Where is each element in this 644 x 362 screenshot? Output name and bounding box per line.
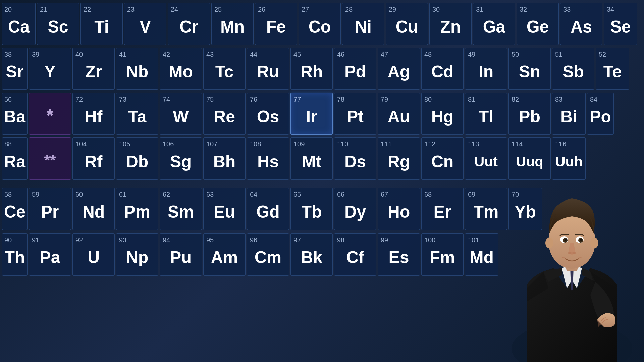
sym-Fm: Fm <box>430 248 455 267</box>
num-63: 63 <box>206 191 214 198</box>
sym-Tm: Tm <box>474 202 499 222</box>
num-94: 94 <box>163 236 170 244</box>
element-Nb: 41 Nb <box>116 48 158 90</box>
num-43: 43 <box>206 51 214 58</box>
sym-Mo: Mo <box>169 62 193 81</box>
element-Os: 76 Os <box>247 93 289 135</box>
sym-Np: Np <box>126 248 149 267</box>
num-112: 112 <box>424 140 435 148</box>
sym-Zr: Zr <box>85 62 102 81</box>
element-Fe: 26 Fe <box>255 3 297 45</box>
svg-point-10 <box>580 239 582 241</box>
num-74: 74 <box>163 96 170 103</box>
period-6-row: 56 Ba * 72 Hf 73 Ta 74 W 75 Re 76 Os <box>0 93 644 135</box>
element-Dy: 66 Dy <box>334 188 376 230</box>
num-79: 79 <box>381 96 388 103</box>
element-Sm: 62 Sm <box>160 188 202 230</box>
num-32: 32 <box>520 6 527 13</box>
element-Po: 84 Po <box>587 93 614 135</box>
sym-Sn: Sn <box>519 62 540 81</box>
element-Mo: 42 Mo <box>160 48 202 90</box>
num-25: 25 <box>214 6 222 13</box>
sym-Os: Os <box>257 107 279 126</box>
element-U: 92 U <box>72 233 115 276</box>
num-59: 59 <box>32 191 39 198</box>
num-96: 96 <box>250 236 257 244</box>
element-Au: 79 Au <box>378 93 420 135</box>
element-Hg: 80 Hg <box>421 93 464 135</box>
num-69: 69 <box>468 191 475 198</box>
sym-Hs: Hs <box>257 152 279 171</box>
num-100: 100 <box>424 236 435 244</box>
period-5-row: 38 Sr 39 Y 40 Zr 41 Nb 42 Mo 43 Tc 44 Ru… <box>0 48 644 90</box>
num-28: 28 <box>345 6 353 13</box>
element-Se: 34 Se <box>604 3 637 45</box>
sym-Sc: Sc <box>48 17 68 37</box>
num-29: 29 <box>389 6 396 13</box>
num-68: 68 <box>424 191 432 198</box>
sym-As: As <box>571 17 592 37</box>
sym-Ra: Ra <box>4 152 25 171</box>
sym-Gd: Gd <box>256 202 279 222</box>
sym-Pr: Pr <box>41 202 59 222</box>
element-Sc: 21 Sc <box>37 3 79 45</box>
element-Ra: 88 Ra <box>2 137 28 180</box>
sym-Pu: Pu <box>170 248 192 267</box>
num-107: 107 <box>206 140 217 148</box>
num-62: 62 <box>163 191 170 198</box>
num-108: 108 <box>250 140 261 148</box>
element-Md: 101 Md <box>465 233 498 276</box>
element-Pr: 59 Pr <box>29 188 71 230</box>
element-Ba: 56 Ba <box>2 93 28 135</box>
sym-Th: Th <box>4 248 25 267</box>
num-99: 99 <box>381 236 388 244</box>
num-93: 93 <box>119 236 126 244</box>
element-Sg: 106 Sg <box>160 137 202 180</box>
num-23: 23 <box>127 6 135 13</box>
element-Sb: 51 Sb <box>552 48 594 90</box>
svg-point-9 <box>565 239 567 241</box>
num-78: 78 <box>337 96 344 103</box>
sym-Bk: Bk <box>301 248 322 267</box>
lanthanide-row: 58 Ce 59 Pr 60 Nd 61 Pm 62 Sm 63 Eu 64 G… <box>0 188 544 230</box>
num-92: 92 <box>75 236 83 244</box>
sym-Re: Re <box>214 107 235 126</box>
svg-point-3 <box>545 238 553 248</box>
sym-Ba: Ba <box>4 107 25 126</box>
num-20: 20 <box>4 6 12 13</box>
num-104: 104 <box>75 140 87 148</box>
element-Cf: 98 Cf <box>334 233 376 276</box>
num-83: 83 <box>555 96 562 103</box>
num-73: 73 <box>119 96 126 103</box>
element-Bk: 97 Bk <box>290 233 333 276</box>
sym-Ge: Ge <box>527 17 549 37</box>
sym-Er: Er <box>434 202 451 222</box>
num-81: 81 <box>468 96 475 103</box>
element-Th: 90 Th <box>2 233 28 276</box>
num-27: 27 <box>302 6 309 13</box>
sym-Sr: Sr <box>6 62 24 81</box>
num-40: 40 <box>75 51 83 58</box>
sym-Pb: Pb <box>519 107 540 126</box>
num-75: 75 <box>206 96 214 103</box>
sym-Tl: Tl <box>479 107 493 126</box>
num-105: 105 <box>119 140 130 148</box>
num-47: 47 <box>381 51 388 58</box>
element-Rg: 111 Rg <box>378 137 420 180</box>
sym-Cu: Cu <box>396 17 418 37</box>
element-Pm: 61 Pm <box>116 188 158 230</box>
sym-Cm: Cm <box>255 248 282 267</box>
num-67: 67 <box>381 191 388 198</box>
element-Hs: 108 Hs <box>247 137 289 180</box>
sym-Es: Es <box>388 248 409 267</box>
element-Ge: 32 Ge <box>517 3 559 45</box>
num-91: 91 <box>32 236 39 244</box>
num-64: 64 <box>250 191 257 198</box>
sym-Ni: Ni <box>355 17 372 37</box>
element-Ru: 44 Ru <box>247 48 289 90</box>
num-90: 90 <box>4 236 12 244</box>
num-45: 45 <box>293 51 301 58</box>
sym-Tb: Tb <box>301 202 322 222</box>
element-Eu: 63 Eu <box>203 188 246 230</box>
period-4-row: 20 Ca 21 Sc 22 Ti 23 V 24 Cr 25 Mn 26 <box>0 3 644 45</box>
